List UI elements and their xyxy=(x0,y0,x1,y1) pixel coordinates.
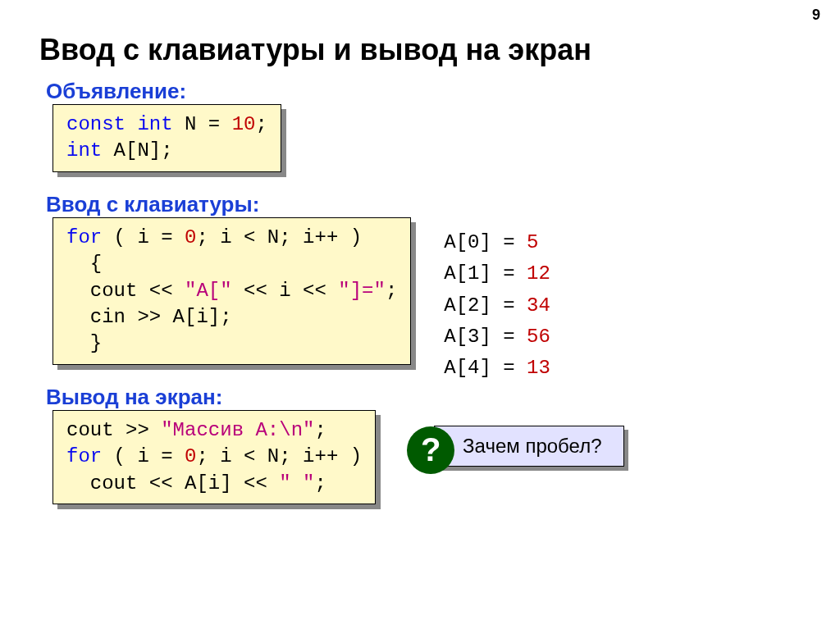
sample-label: A[4] = xyxy=(444,357,527,379)
sample-label: A[1] = xyxy=(444,262,527,285)
sample-label: A[3] = xyxy=(444,326,527,348)
sample-value: 12 xyxy=(527,262,550,285)
code-text: N = xyxy=(173,113,232,135)
string-literal: "]=" xyxy=(338,280,386,302)
code-text: { xyxy=(66,253,102,275)
section-heading-output: Вывод на экран: xyxy=(46,385,801,410)
page-number: 9 xyxy=(812,7,820,24)
sample-value: 34 xyxy=(527,294,550,317)
sample-value: 56 xyxy=(527,326,550,348)
section-heading-input: Ввод с клавиатуры: xyxy=(46,192,801,217)
sample-label: A[0] = xyxy=(444,231,527,253)
question-callout: ? Зачем пробел? xyxy=(407,426,628,474)
question-mark-icon: ? xyxy=(407,426,454,474)
code-text: ( i = xyxy=(102,226,185,248)
string-literal: "A[" xyxy=(185,280,232,302)
sample-row: A[3] = 56 xyxy=(444,326,550,348)
code-text: cin >> A[i]; xyxy=(66,306,232,328)
code-text: } xyxy=(66,332,102,354)
code-text: ( i = xyxy=(102,445,185,467)
code-box-declaration: const int N = 10; int A[N]; xyxy=(57,109,286,177)
slide-title: Ввод с клавиатуры и вывод на экран xyxy=(39,33,801,67)
code-text: cout << xyxy=(66,280,185,302)
code-box-output: cout >> "Массив A:\n"; for ( i = 0; i < … xyxy=(57,415,381,509)
sample-row: A[0] = 5 xyxy=(444,231,538,253)
kw-int-1: int xyxy=(126,113,173,135)
sample-row: A[4] = 13 xyxy=(444,357,550,379)
code-text: ; xyxy=(314,419,326,441)
kw-for-1: for xyxy=(66,226,102,248)
code-text: ; xyxy=(314,472,326,495)
sample-output: A[0] = 5 A[1] = 12 A[2] = 34 A[3] = 56 A… xyxy=(444,222,550,385)
slide-content: Ввод с клавиатуры и вывод на экран Объяв… xyxy=(0,0,840,524)
string-literal: " " xyxy=(279,472,314,495)
string-literal: "Массив A:\n" xyxy=(161,419,314,441)
sample-value: 5 xyxy=(527,231,538,253)
code-text: ; i < N; i++ ) xyxy=(196,445,362,467)
code-text: ; i < N; i++ ) xyxy=(196,226,362,248)
num-0b: 0 xyxy=(185,445,196,467)
num-0a: 0 xyxy=(185,226,196,248)
code-text: ; xyxy=(255,113,267,135)
code-box-input: for ( i = 0; i < N; i++ ) { cout << "A["… xyxy=(57,222,416,370)
sample-label: A[2] = xyxy=(444,294,527,317)
code-text: ; xyxy=(386,280,397,302)
kw-for-2: for xyxy=(66,445,102,467)
kw-int-2: int xyxy=(66,139,102,162)
sample-row: A[2] = 34 xyxy=(444,294,550,317)
code-text: cout >> xyxy=(66,419,161,441)
section-heading-declaration: Объявление: xyxy=(46,79,801,104)
question-text: Зачем пробел? xyxy=(434,426,623,467)
sample-value: 13 xyxy=(527,357,550,379)
code-text: cout << A[i] << xyxy=(66,472,279,495)
code-text: A[N]; xyxy=(102,139,172,162)
code-text: << i << xyxy=(232,280,339,302)
num-10: 10 xyxy=(232,113,256,135)
kw-const: const xyxy=(66,113,126,135)
sample-row: A[1] = 12 xyxy=(444,262,550,285)
